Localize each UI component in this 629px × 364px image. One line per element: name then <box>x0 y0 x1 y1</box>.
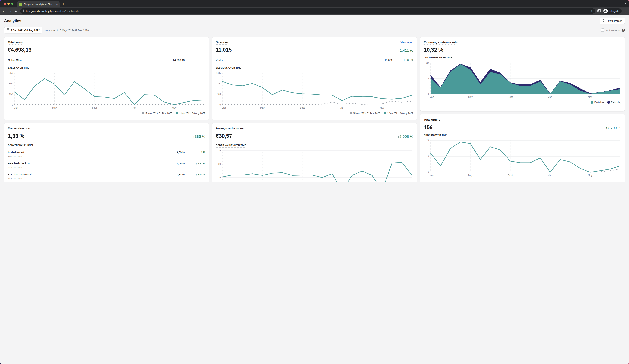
sales-over-time-chart: 0250500750JanMaySeptJanMay <box>8 72 205 110</box>
url-path: /admin/dashboards <box>57 10 79 12</box>
average-order-value-title[interactable]: Average order value <box>216 127 243 130</box>
analytics-page: Analytics Exit fullscreen 1 Jan 2021–30 … <box>0 15 314 182</box>
channel-delta: – <box>185 59 205 62</box>
sales-legend: 5 May 2019–31 Dec 2020 1 Jan 2021–30 Aug… <box>8 112 205 115</box>
date-range-button[interactable]: 1 Jan 2021–30 Aug 2022 <box>4 27 42 33</box>
svg-text:Jan: Jan <box>14 106 18 109</box>
reload-button[interactable] <box>14 9 18 13</box>
conversion-rate-title[interactable]: Conversion rate <box>8 127 30 130</box>
close-window-button[interactable] <box>4 3 6 5</box>
browser-toolbar: ← → blueguarddk.myshopify.com/admin/dash… <box>0 7 314 15</box>
sessions-legend: 5 May 2019–31 Dec 2020 1 Jan 2021–30 Aug… <box>216 112 314 115</box>
total-sales-card: Total sales €4.698,13 – Online Store €4.… <box>4 37 209 120</box>
new-tab-button[interactable]: + <box>62 2 64 6</box>
svg-text:1.5K: 1.5K <box>216 72 221 74</box>
svg-text:75: 75 <box>218 149 221 152</box>
teal-swatch-icon <box>176 112 178 114</box>
column-2: Sessions View report 11.015 ↑1.411 % Vis… <box>212 37 314 182</box>
visitors-row: Visitors 10.322 ↑ 1.565 % <box>216 59 314 62</box>
svg-text:750: 750 <box>9 72 13 74</box>
window-controls <box>4 3 13 5</box>
browser-window: S Blueguard · Analytics · Shopify × + ← … <box>0 0 314 182</box>
svg-text:Jan: Jan <box>132 106 136 109</box>
funnel-step-sessions: 396 sessions <box>8 155 205 158</box>
legend-previous-period: 5 May 2019–31 Dec 2020 <box>142 112 172 115</box>
channel-value: €4.698,13 <box>157 59 185 62</box>
funnel-rows: Added to cart 3,60 % ↑ 14 % 396 sessions… <box>8 151 205 180</box>
svg-text:Sept: Sept <box>300 106 305 109</box>
funnel-step-sessions: 284 sessions <box>8 166 205 169</box>
comparison-period-text: compared to 5 May 2019–31 Dec 2020 <box>45 29 314 32</box>
svg-text:500: 500 <box>217 93 221 95</box>
funnel-step-delta: ↑ 14 % <box>185 151 205 154</box>
gray-swatch-icon <box>142 112 144 114</box>
funnel-step-value: 3,60 % <box>157 151 185 154</box>
sessions-title[interactable]: Sessions <box>216 40 228 44</box>
minimize-window-button[interactable] <box>7 3 10 5</box>
svg-text:May: May <box>260 106 265 109</box>
funnel-row-sessions-converted: Sessions converted 1,33 % ↑ 386 % 147 se… <box>8 173 205 180</box>
funnel-step-value: 1,33 % <box>157 173 185 176</box>
svg-text:25: 25 <box>218 176 221 179</box>
date-range-label: 1 Jan 2021–30 Aug 2022 <box>11 29 40 32</box>
back-button[interactable]: ← <box>2 9 6 13</box>
funnel-step-sessions: 147 sessions <box>8 177 205 180</box>
funnel-row-reached-checkout: Reached checkout 2,58 % ↑ 135 % 284 sess… <box>8 162 205 169</box>
funnel-row-added-to-cart: Added to cart 3,60 % ↑ 14 % 396 sessions <box>8 151 205 158</box>
svg-text:May: May <box>52 106 57 109</box>
tab-close-icon[interactable]: × <box>56 3 58 6</box>
svg-text:1K: 1K <box>218 82 221 85</box>
url-domain: blueguarddk.myshopify.com <box>26 10 57 12</box>
funnel-step-label: Reached checkout <box>8 162 157 165</box>
tab-title: Blueguard · Analytics · Shopify <box>24 3 55 6</box>
tab-strip: S Blueguard · Analytics · Shopify × + <box>0 0 314 7</box>
order-value-over-time-chart: 0255075JanMaySeptJanMay <box>216 149 314 182</box>
sales-over-time-label[interactable]: SALES OVER TIME <box>8 67 29 69</box>
total-sales-title[interactable]: Total sales <box>8 40 23 44</box>
funnel-step-label: Added to cart <box>8 151 157 154</box>
visitors-label: Visitors <box>216 59 314 62</box>
funnel-step-delta: ↑ 135 % <box>185 162 205 165</box>
sessions-over-time-chart: 05001K1.5KJanMaySeptJanMay <box>216 72 314 110</box>
svg-text:Jan: Jan <box>222 106 226 109</box>
svg-text:0: 0 <box>220 103 221 106</box>
average-order-value-value: €30,57 <box>216 133 232 139</box>
funnel-step-delta: ↑ 386 % <box>185 173 205 176</box>
order-value-over-time-label[interactable]: ORDER VALUE OVER TIME <box>216 144 246 147</box>
page-title: Analytics <box>4 18 21 23</box>
total-sales-value: €4.698,13 <box>8 47 31 53</box>
browser-tab[interactable]: S Blueguard · Analytics · Shopify × <box>17 1 60 7</box>
page-header: Analytics Exit fullscreen <box>4 15 314 24</box>
sessions-card: Sessions View report 11.015 ↑1.411 % Vis… <box>212 37 314 120</box>
conversion-rate-delta: ↑386 % <box>193 134 205 139</box>
conversion-rate-value: 1,33 % <box>8 133 24 139</box>
zoom-window-button[interactable] <box>11 3 13 5</box>
svg-text:250: 250 <box>9 93 13 95</box>
calendar-icon <box>7 28 9 32</box>
conversion-funnel-label: CONVERSION FUNNEL <box>8 144 34 147</box>
forward-button[interactable]: → <box>8 9 12 13</box>
filter-bar: 1 Jan 2021–30 Aug 2022 compared to 5 May… <box>4 27 314 33</box>
svg-text:May: May <box>172 106 176 109</box>
online-store-row: Online Store €4.698,13 – <box>8 59 205 62</box>
conversion-rate-card: Conversion rate 1,33 % ↑386 % CONVERSION… <box>4 123 209 182</box>
svg-text:Sept: Sept <box>92 106 97 109</box>
shopify-favicon-icon: S <box>19 3 22 6</box>
svg-text:0: 0 <box>12 103 13 106</box>
svg-text:500: 500 <box>9 82 13 85</box>
funnel-step-value: 2,58 % <box>157 162 185 165</box>
dashboard-grid: Total sales €4.698,13 – Online Store €4.… <box>4 37 314 182</box>
sessions-value: 11.015 <box>216 47 232 53</box>
sessions-over-time-label[interactable]: SESSIONS OVER TIME <box>216 67 241 69</box>
legend-current-period: 1 Jan 2021–30 Aug 2022 <box>176 112 205 115</box>
funnel-step-label: Sessions converted <box>8 173 157 176</box>
lock-icon <box>22 9 24 13</box>
url-bar[interactable]: blueguarddk.myshopify.com/admin/dashboar… <box>20 8 314 14</box>
url-text: blueguarddk.myshopify.com/admin/dashboar… <box>26 10 314 12</box>
total-sales-delta: – <box>203 49 205 53</box>
svg-text:50: 50 <box>218 163 221 165</box>
column-1: Total sales €4.698,13 – Online Store €4.… <box>4 37 209 182</box>
average-order-value-card: Average order value €30,57 ↑2.008 % ORDE… <box>212 123 314 182</box>
channel-label: Online Store <box>8 59 157 62</box>
